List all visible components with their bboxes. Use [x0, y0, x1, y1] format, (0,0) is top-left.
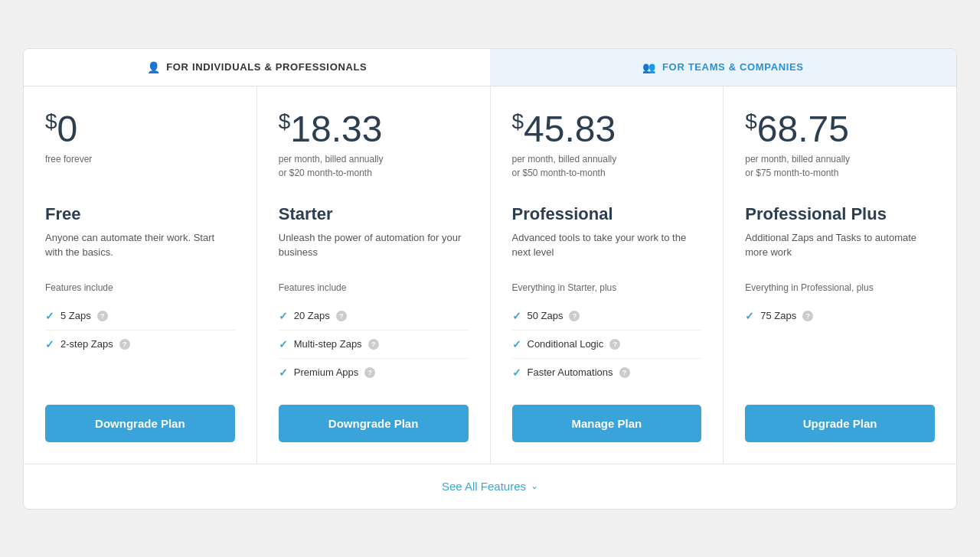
plan-free-dollar: $: [45, 109, 57, 133]
help-icon[interactable]: ?: [609, 339, 620, 350]
plan-professional-plus-dollar: $: [745, 109, 757, 133]
check-icon: ✓: [45, 338, 54, 350]
pricing-container: 👤 FOR INDIVIDUALS & PROFESSIONALS 👥 FOR …: [23, 48, 957, 510]
teams-icon: 👥: [642, 61, 656, 73]
plan-starter-dollar: $: [279, 109, 291, 133]
check-icon: ✓: [512, 338, 521, 350]
plan-professional-dollar: $: [512, 109, 524, 133]
tab-individuals[interactable]: 👤 FOR INDIVIDUALS & PROFESSIONALS: [24, 49, 490, 86]
plan-free: $0 free forever Free Anyone can automate…: [24, 86, 257, 464]
plan-professional-price: $45.83: [512, 111, 702, 148]
plan-professional-plus-price: $68.75: [745, 111, 935, 148]
upgrade-professional-plus-button[interactable]: Upgrade Plan: [745, 405, 935, 442]
list-item: ✓ 20 Zaps ?: [279, 302, 469, 331]
downgrade-free-button[interactable]: Downgrade Plan: [45, 405, 235, 442]
plans-wrapper: $0 free forever Free Anyone can automate…: [24, 86, 956, 464]
tab-teams-label: FOR TEAMS & COMPANIES: [662, 61, 804, 73]
plan-professional-plus-features-label: Everything in Professional, plus: [745, 282, 935, 293]
plan-professional-billing: per month, billed annually or $50 month-…: [512, 152, 702, 186]
plan-starter-price: $18.33: [279, 111, 469, 148]
help-icon[interactable]: ?: [619, 367, 630, 378]
plan-professional-plus-desc: Additional Zaps and Tasks to automate mo…: [745, 230, 935, 270]
tab-individuals-label: FOR INDIVIDUALS & PROFESSIONALS: [166, 61, 367, 73]
plan-starter-features: ✓ 20 Zaps ? ✓ Multi-step Zaps ? ✓ Premiu…: [279, 302, 469, 386]
pricing-footer: See All Features ⌄: [24, 464, 956, 509]
check-icon: ✓: [279, 366, 288, 379]
check-icon: ✓: [512, 310, 521, 322]
help-icon[interactable]: ?: [336, 311, 347, 321]
plan-professional-desc: Advanced tools to take your work to the …: [512, 230, 702, 270]
plan-starter-billing: per month, billed annually or $20 month-…: [279, 152, 469, 186]
help-icon[interactable]: ?: [364, 367, 375, 378]
manage-professional-button[interactable]: Manage Plan: [512, 405, 702, 442]
plan-professional-features-label: Everything in Starter, plus: [512, 282, 702, 293]
plan-free-name: Free: [45, 204, 235, 224]
individual-icon: 👤: [147, 61, 161, 73]
plan-professional-plus: $68.75 per month, billed annually or $75…: [724, 86, 956, 464]
plan-free-features-label: Features include: [45, 282, 235, 293]
plan-professional-features: ✓ 50 Zaps ? ✓ Conditional Logic ? ✓ Fast…: [512, 302, 702, 386]
help-icon[interactable]: ?: [119, 339, 130, 350]
plan-starter-name: Starter: [279, 204, 469, 224]
list-item: ✓ Premium Apps ?: [279, 359, 469, 386]
see-features-link[interactable]: See All Features ⌄: [442, 480, 538, 493]
list-item: ✓ Conditional Logic ?: [512, 331, 702, 359]
plan-professional-plus-features: ✓ 75 Zaps ?: [745, 302, 935, 386]
downgrade-starter-button[interactable]: Downgrade Plan: [279, 405, 469, 442]
chevron-down-icon: ⌄: [531, 480, 538, 491]
list-item: ✓ 2-step Zaps ?: [45, 331, 235, 358]
list-item: ✓ 50 Zaps ?: [512, 302, 702, 331]
tab-teams[interactable]: 👥 FOR TEAMS & COMPANIES: [490, 49, 956, 86]
see-features-label: See All Features: [442, 480, 526, 493]
plan-professional: $45.83 per month, billed annually or $50…: [491, 86, 724, 464]
plan-professional-plus-name: Professional Plus: [745, 204, 935, 224]
plan-free-features: ✓ 5 Zaps ? ✓ 2-step Zaps ?: [45, 302, 235, 386]
list-item: ✓ 75 Zaps ?: [745, 302, 935, 330]
plan-starter-desc: Unleash the power of automation for your…: [279, 230, 469, 270]
plan-starter-features-label: Features include: [279, 282, 469, 293]
check-icon: ✓: [512, 366, 521, 379]
help-icon[interactable]: ?: [802, 311, 813, 321]
plan-professional-name: Professional: [512, 204, 702, 224]
help-icon[interactable]: ?: [97, 311, 108, 321]
plan-starter: $18.33 per month, billed annually or $20…: [257, 86, 491, 464]
tabs-row: 👤 FOR INDIVIDUALS & PROFESSIONALS 👥 FOR …: [24, 49, 956, 86]
plan-free-price: $0: [45, 111, 235, 148]
help-icon[interactable]: ?: [569, 311, 580, 321]
list-item: ✓ Faster Automations ?: [512, 359, 702, 386]
check-icon: ✓: [279, 310, 288, 322]
check-icon: ✓: [279, 338, 288, 350]
list-item: ✓ 5 Zaps ?: [45, 302, 235, 331]
plan-free-billing: free forever: [45, 152, 235, 186]
list-item: ✓ Multi-step Zaps ?: [279, 331, 469, 359]
plan-professional-plus-billing: per month, billed annually or $75 month-…: [745, 152, 935, 186]
plan-free-desc: Anyone can automate their work. Start wi…: [45, 230, 235, 270]
check-icon: ✓: [745, 310, 754, 322]
help-icon[interactable]: ?: [368, 339, 379, 350]
check-icon: ✓: [45, 310, 54, 322]
